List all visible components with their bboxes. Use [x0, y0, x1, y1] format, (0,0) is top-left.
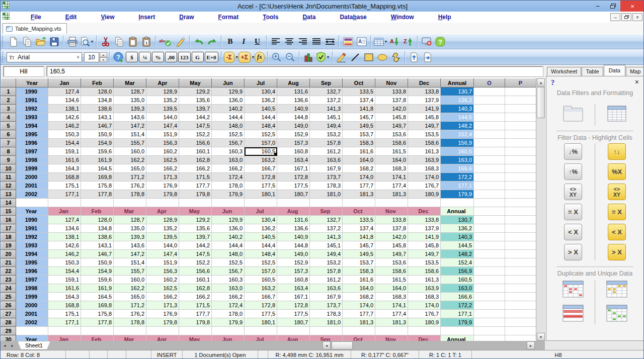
cell[interactable]: 174,0	[343, 173, 375, 182]
cell[interactable]: 149,5	[343, 122, 375, 130]
cell[interactable]: 180,9	[408, 190, 441, 199]
cell[interactable]: 177,4	[375, 310, 408, 318]
cell[interactable]: 149,5	[343, 250, 375, 258]
cell[interactable]: 130,4	[245, 87, 277, 96]
column-header-annual[interactable]: Annual	[441, 79, 474, 87]
cell[interactable]: 179,9	[212, 190, 245, 199]
cell[interactable]: 166,2	[179, 293, 212, 301]
vertical-scroll-thumb[interactable]	[537, 87, 545, 118]
cell[interactable]: 158,6	[375, 267, 408, 276]
cell[interactable]: 160,2	[146, 276, 179, 284]
cell[interactable]: 157,0	[245, 139, 277, 147]
cell[interactable]: 160,8	[277, 147, 310, 156]
cell[interactable]: 130,4	[245, 216, 277, 224]
cell-annual[interactable]: 152,4	[441, 130, 474, 139]
cell-year-1993[interactable]: 1993	[16, 241, 48, 250]
cell[interactable]: 149,0	[277, 122, 310, 130]
cell[interactable]: 158,3	[343, 139, 375, 147]
cell[interactable]: 135,2	[146, 224, 179, 233]
row-header-7[interactable]: 7	[1, 139, 16, 147]
column-header-o[interactable]: O	[474, 79, 505, 87]
font-size-spinner[interactable]: ▲▼	[100, 52, 107, 62]
cell[interactable]: 151,9	[146, 130, 179, 139]
cell[interactable]: 172,8	[245, 173, 277, 182]
cell[interactable]: 177,8	[81, 318, 114, 327]
cell[interactable]: 164,0	[375, 156, 408, 164]
cell-year-2000[interactable]: 2000	[16, 301, 48, 310]
cell-annual[interactable]: 144,5	[441, 241, 474, 250]
cell-year-1999[interactable]: 1999	[16, 164, 48, 173]
cell[interactable]: 132,7	[310, 216, 343, 224]
cell[interactable]: 133,8	[408, 216, 441, 224]
cell[interactable]: 160,2	[146, 147, 179, 156]
cell[interactable]: 139,5	[146, 105, 179, 113]
column-header-oct[interactable]: Oct	[343, 79, 375, 87]
cell[interactable]: 134,6	[48, 96, 81, 105]
cell[interactable]: 137,9	[408, 224, 441, 233]
cell-annual[interactable]: 156,9	[441, 267, 474, 276]
cell[interactable]: 169,8	[81, 301, 114, 310]
cell-year-1996[interactable]: 1996	[16, 139, 48, 147]
cell[interactable]: 128,0	[81, 87, 114, 96]
cell[interactable]: 145,8	[375, 113, 408, 122]
cell-annual[interactable]: 160,5	[441, 147, 474, 156]
cell[interactable]: 163,2	[245, 284, 277, 293]
cell[interactable]: 151,4	[114, 130, 146, 139]
cell[interactable]: 148,4	[245, 250, 277, 258]
cell[interactable]: 149,4	[310, 122, 343, 130]
cell[interactable]: 149,7	[408, 122, 441, 130]
cell[interactable]: 153,6	[375, 258, 408, 267]
cell-year-1998[interactable]: 1998	[16, 156, 48, 164]
align-left-icon[interactable]	[269, 35, 282, 48]
cell-reference-box[interactable]: H8	[4, 66, 44, 76]
cell[interactable]: 177,5	[245, 182, 277, 190]
cell-annual[interactable]: 163,0	[441, 284, 474, 293]
filter-hide-button-3[interactable]: = X	[564, 204, 582, 220]
cell[interactable]: 177,5	[277, 182, 310, 190]
cell[interactable]: 129,9	[212, 87, 245, 96]
cell[interactable]: 163,4	[277, 284, 310, 293]
zoom-out-icon[interactable]	[283, 51, 297, 64]
cell[interactable]: 138,6	[81, 233, 114, 241]
cell[interactable]: 133,8	[408, 87, 441, 96]
cell[interactable]: 176,7	[408, 182, 441, 190]
cell[interactable]: 164,0	[343, 284, 375, 293]
cell[interactable]: 155,7	[114, 139, 146, 147]
format-table-icon[interactable]	[606, 105, 627, 124]
mdi-close-button[interactable]: ×	[632, 13, 642, 21]
cell[interactable]: 158,6	[408, 267, 441, 276]
cell[interactable]: 152,5	[212, 258, 245, 267]
cell[interactable]: 136,0	[212, 224, 245, 233]
cell[interactable]: 160,3	[212, 276, 245, 284]
zoom-in-icon[interactable]	[270, 51, 283, 64]
cell[interactable]: 179,9	[212, 318, 245, 327]
cell[interactable]: 160,5	[245, 276, 277, 284]
sheet-tab[interactable]: Sheet1	[18, 341, 50, 350]
cell[interactable]: 163,0	[212, 284, 245, 293]
cell[interactable]: 178,8	[114, 318, 146, 327]
cell[interactable]: 168,8	[48, 173, 81, 182]
cell[interactable]: 168,3	[375, 164, 408, 173]
font-size-input[interactable]: 10	[84, 52, 99, 62]
cell[interactable]: 163,0	[212, 156, 245, 164]
freeform-icon[interactable]	[389, 51, 403, 64]
cell-year-1999[interactable]: 1999	[16, 293, 48, 301]
cell[interactable]: 129,2	[179, 216, 212, 224]
cell[interactable]: 145,7	[343, 113, 375, 122]
cell[interactable]: 144,2	[179, 241, 212, 250]
row-header-15[interactable]: 15	[1, 207, 16, 216]
cell[interactable]: 174,1	[375, 173, 408, 182]
window-minimize-button[interactable]: –	[590, 1, 605, 12]
cell[interactable]: 171,2	[114, 301, 146, 310]
cell-annual[interactable]: 179,9	[441, 190, 474, 199]
pencil-icon[interactable]	[335, 51, 348, 64]
cell[interactable]: 146,7	[81, 122, 114, 130]
number-format-button-0[interactable]: $	[126, 52, 138, 62]
row-header-20[interactable]: 20	[1, 250, 16, 258]
menu-tools[interactable]: Tools	[251, 14, 290, 21]
panel-help-button[interactable]: ?	[551, 79, 554, 87]
cell-annual[interactable]: 140,3	[441, 233, 474, 241]
cell[interactable]: 128,9	[146, 216, 179, 224]
cell[interactable]: 142,0	[375, 105, 408, 113]
row-header-8[interactable]: 8	[1, 147, 16, 156]
